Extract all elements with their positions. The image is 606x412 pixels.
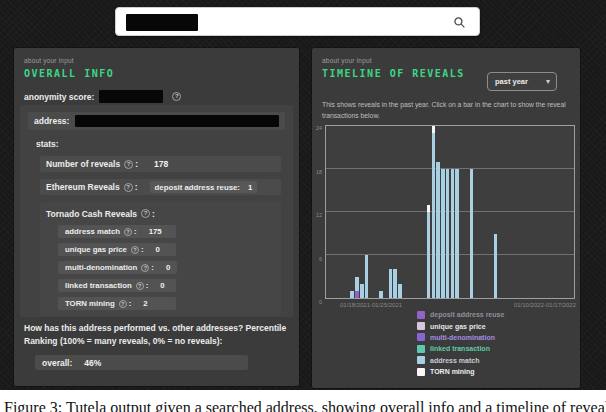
- address-stats-box: address: stats: Number of reveals ? : 17…: [20, 105, 293, 317]
- legend-item-linked-transaction[interactable]: linked transaction: [417, 343, 504, 354]
- chart-bar[interactable]: [365, 255, 369, 298]
- stat-value: 0: [166, 263, 170, 272]
- tornado-stat-row: linked transaction?:0: [58, 279, 176, 292]
- bar-segment-address-match: [436, 162, 440, 298]
- chart-bar[interactable]: [432, 126, 436, 298]
- chart-bar[interactable]: [355, 277, 359, 299]
- legend-item-torn-mining[interactable]: TORN mining: [417, 366, 504, 377]
- address-redacted: [75, 115, 279, 127]
- chart-bar[interactable]: [360, 284, 364, 298]
- stat-value: 0: [156, 245, 160, 254]
- legend-swatch: [417, 333, 425, 341]
- timeline-title: TIMELINE OF REVEALS: [322, 68, 465, 79]
- y-tick-label: 18: [316, 169, 322, 175]
- reveals-chart[interactable]: [325, 125, 575, 299]
- time-range-dropdown[interactable]: past year ▾: [487, 72, 557, 91]
- bar-segment-address-match: [398, 284, 402, 298]
- bar-segment-address-match: [427, 212, 431, 298]
- bar-segment-address-match: [360, 284, 364, 298]
- right-panel-kicker: about your input: [322, 57, 372, 64]
- legend-swatch: [417, 368, 425, 376]
- bar-segment-torn-mining: [432, 126, 436, 133]
- stat-label: unique gas price: [65, 245, 127, 254]
- deposit-address-reuse-chip: deposit address reuse: 1: [150, 181, 258, 193]
- y-tick-label: 12: [316, 212, 322, 218]
- legend-label: multi-denomination: [430, 334, 495, 341]
- overall-info-panel: about your input OVERALL INFO anonymity …: [14, 48, 299, 386]
- bar-segment-address-match: [389, 269, 393, 298]
- bar-segment-address-match: [455, 169, 459, 298]
- colon: :: [152, 209, 155, 219]
- search-input[interactable]: [115, 7, 480, 36]
- chart-x-label-left: 01/18/2021-01/25/2021: [340, 302, 402, 308]
- stats-label: stats:: [36, 139, 285, 149]
- ethereum-reveals-row: Ethereum Reveals ? : deposit address reu…: [40, 179, 281, 195]
- help-icon[interactable]: ?: [141, 264, 149, 272]
- chart-bar[interactable]: [389, 269, 393, 298]
- legend-swatch: [417, 345, 425, 353]
- deposit-address-reuse-value: 1: [248, 183, 252, 192]
- legend-item-multi-denomination[interactable]: multi-denomination: [417, 332, 504, 343]
- chart-bar[interactable]: [441, 169, 445, 298]
- chart-bar[interactable]: [393, 269, 397, 298]
- chart-bar[interactable]: [455, 169, 459, 298]
- help-icon[interactable]: ?: [131, 246, 139, 254]
- legend-label: address match: [430, 357, 479, 364]
- help-icon[interactable]: ?: [119, 300, 127, 308]
- chart-bar[interactable]: [398, 284, 402, 298]
- chart-bar[interactable]: [470, 169, 474, 298]
- chart-bar[interactable]: [436, 162, 440, 298]
- help-icon[interactable]: ?: [124, 183, 133, 192]
- bar-segment-address-match: [441, 169, 445, 298]
- help-icon[interactable]: ?: [172, 92, 181, 101]
- help-icon[interactable]: ?: [141, 209, 150, 218]
- stat-value: 2: [143, 299, 147, 308]
- bar-segment-address-match: [494, 234, 498, 299]
- anonymity-score-label: anonymity score:: [24, 92, 94, 102]
- time-range-value: past year: [495, 77, 528, 86]
- number-of-reveals-row: Number of reveals ? : 178: [40, 156, 281, 172]
- legend-item-deposit-address-reuse[interactable]: deposit address reuse: [417, 309, 504, 320]
- chart-y-axis: 06121824: [312, 125, 323, 299]
- bar-segment-deposit-address-reuse: [355, 291, 359, 298]
- timeline-description: This shows reveals in the past year. Cli…: [322, 100, 568, 122]
- chart-legend: deposit address reuseunique gas pricemul…: [417, 309, 504, 377]
- y-tick-label: 6: [319, 256, 322, 262]
- chart-bar[interactable]: [451, 169, 455, 298]
- colon: :: [135, 159, 138, 169]
- y-tick-label: 0: [319, 299, 322, 305]
- stat-label: linked transaction: [65, 281, 132, 290]
- bar-segment-torn-mining: [427, 205, 431, 212]
- stat-value: 175: [149, 227, 162, 236]
- chart-bar[interactable]: [427, 205, 431, 298]
- figure-caption-strip: Figure 3: Tutela output given a searched…: [0, 390, 606, 412]
- tornado-stat-row: TORN mining?:2: [58, 297, 176, 310]
- bar-segment-address-match: [432, 133, 436, 298]
- stat-label: TORN mining: [65, 299, 115, 308]
- address-row: address:: [28, 112, 285, 130]
- search-query-redacted: [126, 14, 198, 31]
- chart-bar[interactable]: [350, 291, 354, 298]
- overall-percentile-row: overall: 46%: [35, 355, 248, 370]
- colon: :: [141, 245, 144, 254]
- bar-segment-address-match: [355, 277, 359, 291]
- chart-bar[interactable]: [494, 234, 498, 299]
- legend-item-address-match[interactable]: address match: [417, 355, 504, 366]
- search-icon[interactable]: [453, 16, 466, 29]
- help-icon[interactable]: ?: [124, 228, 132, 236]
- bar-segment-address-match: [365, 255, 369, 298]
- colon: :: [129, 299, 132, 308]
- legend-item-unique-gas-price[interactable]: unique gas price: [417, 320, 504, 331]
- legend-label: TORN mining: [430, 368, 475, 375]
- ethereum-reveals-label: Ethereum Reveals: [46, 182, 120, 192]
- chart-bar[interactable]: [446, 169, 450, 298]
- bar-segment-address-match: [379, 291, 383, 298]
- y-tick-label: 24: [316, 125, 322, 131]
- percentile-ranking-text: How has this address performed vs. other…: [24, 322, 288, 348]
- chart-bar[interactable]: [379, 291, 383, 298]
- chart-x-label-right: 01/10/2022-01/17/2022: [514, 302, 576, 308]
- help-icon[interactable]: ?: [136, 282, 144, 290]
- help-icon[interactable]: ?: [124, 160, 133, 169]
- deposit-address-reuse-label: deposit address reuse:: [155, 183, 240, 192]
- colon: :: [146, 281, 149, 290]
